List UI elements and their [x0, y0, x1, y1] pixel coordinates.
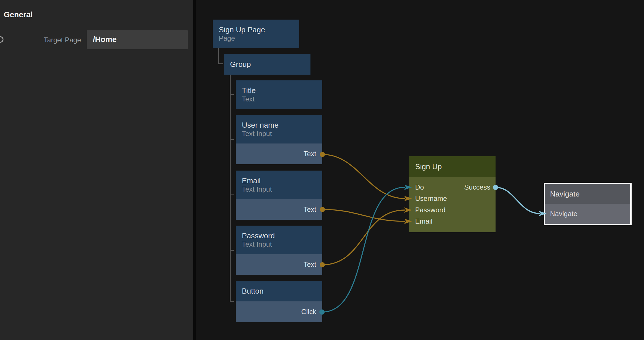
node-title: Email [242, 177, 322, 185]
node-title: Password [242, 232, 322, 240]
input-port-label: Navigate [550, 210, 577, 218]
node-subtitle: Text Input [242, 130, 322, 137]
output-port-password-text[interactable] [320, 262, 325, 267]
properties-panel: General Target Page /Home [0, 0, 193, 340]
tree-connector-line [230, 301, 234, 302]
edge-username-text-to-signup-username[interactable] [322, 154, 405, 199]
tree-connector-line [230, 250, 234, 251]
node-user-name[interactable]: User name Text Input Text [236, 115, 322, 164]
node-title: Button [242, 287, 322, 295]
tree-connector-line [230, 194, 234, 195]
node-body: Do Success Username Password Email [409, 177, 496, 232]
output-port-signup-success[interactable] [493, 185, 498, 190]
panel-divider [193, 0, 196, 340]
output-port-label: Success [464, 183, 490, 191]
node-group[interactable]: Group [224, 54, 310, 75]
input-port-label: Email [415, 217, 432, 225]
output-port-label: Text [304, 150, 316, 158]
node-sign-up-page[interactable]: Sign Up Page Page [213, 20, 299, 48]
node-subtitle: Text Input [242, 241, 322, 248]
node-header: Sign Up [409, 156, 496, 177]
edge-email-text-to-signup-email[interactable] [322, 209, 405, 221]
tree-connector-line [218, 63, 223, 64]
node-header: Button [236, 281, 322, 301]
node-title: User name [242, 121, 322, 129]
node-password[interactable]: Password Text Input Text [236, 226, 322, 275]
output-port-label: Text [304, 260, 316, 269]
node-subtitle: Text Input [242, 186, 322, 193]
output-port-button-click[interactable] [319, 309, 325, 315]
port-row-click: Click [236, 301, 322, 322]
output-port-username-text[interactable] [320, 152, 325, 157]
input-port-label: Do [415, 183, 424, 191]
node-title: Navigate [550, 190, 580, 199]
port-row-email: Email [409, 216, 496, 227]
input-port-label: Password [415, 206, 445, 214]
node-title: Sign Up [415, 162, 442, 171]
node-header: Sign Up Page Page [213, 20, 299, 48]
tree-connector-line [218, 48, 219, 64]
edge-signup-success-to-navigate[interactable] [496, 187, 540, 214]
node-title: Sign Up Page [219, 26, 299, 34]
target-page-label: Target Page [17, 36, 81, 44]
output-port-label: Click [301, 308, 316, 316]
node-header: Password Text Input [236, 226, 322, 254]
node-navigate[interactable]: Navigate Navigate [544, 183, 632, 225]
node-title: Group [230, 60, 310, 69]
port-row-navigate: Navigate [545, 204, 630, 224]
output-port-label: Text [304, 205, 316, 214]
node-subtitle: Text [242, 95, 322, 103]
port-row-password: Password [409, 204, 496, 216]
node-subtitle: Page [219, 35, 299, 42]
output-port-email-text[interactable] [320, 207, 325, 212]
port-row-text: Text [236, 199, 322, 220]
node-header: Title Text [236, 80, 322, 109]
panel-section-title: General [4, 10, 33, 19]
app-screen: Sign Up Page Page Group Title Text User … [0, 0, 644, 340]
edge-password-text-to-signup-password[interactable] [322, 210, 405, 265]
input-port-label: Username [415, 194, 447, 203]
target-page-input[interactable]: /Home [87, 30, 188, 49]
node-header: Navigate [545, 184, 630, 204]
tree-connector-line [230, 139, 234, 140]
clipped-port-icon [0, 36, 3, 43]
port-row-do: Do Success [409, 182, 496, 193]
node-title: Title [242, 86, 322, 95]
node-sign-up-action[interactable]: Sign Up Do Success Username Password Ema… [409, 156, 496, 232]
tree-connector-line [230, 75, 231, 302]
port-row-text: Text [236, 254, 322, 275]
node-button[interactable]: Button Click [236, 281, 322, 322]
node-header: Email Text Input [236, 171, 322, 199]
node-email[interactable]: Email Text Input Text [236, 171, 322, 220]
port-row-text: Text [236, 143, 322, 164]
tree-connector-line [230, 94, 234, 95]
node-header: Group [224, 54, 310, 75]
target-page-value: /Home [87, 35, 117, 44]
edge-button-click-to-signup-do[interactable] [322, 187, 405, 312]
node-title-text[interactable]: Title Text [236, 80, 322, 109]
port-row-username: Username [409, 193, 496, 205]
node-header: User name Text Input [236, 115, 322, 143]
